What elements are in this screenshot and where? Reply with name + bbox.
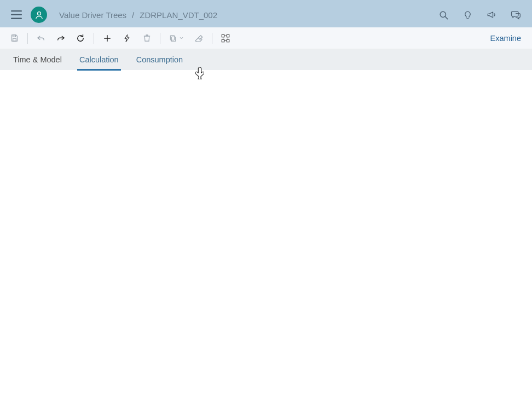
save-icon [10, 33, 19, 43]
breadcrumb-sep: / [132, 10, 134, 20]
copy-icon [169, 34, 177, 43]
toolbar-divider-2 [94, 33, 94, 44]
toolbar: Examine [0, 27, 532, 49]
svg-rect-16 [227, 39, 229, 42]
svg-point-3 [37, 11, 41, 15]
toolbar-divider-3 [160, 33, 160, 44]
save-button[interactable] [4, 27, 24, 49]
layout-button[interactable] [216, 27, 235, 49]
svg-rect-7 [13, 35, 15, 37]
delete-button[interactable] [137, 27, 157, 49]
user-icon [34, 10, 44, 20]
toolbar-divider-4 [212, 33, 212, 44]
trash-icon [142, 33, 152, 43]
redo-icon [56, 33, 66, 43]
chat-icon [510, 9, 521, 20]
undo-icon [36, 33, 46, 43]
tab-calculation[interactable]: Calculation [71, 49, 128, 70]
breadcrumb-root[interactable]: Value Driver Trees [59, 10, 126, 20]
hamburger-icon [11, 10, 22, 20]
lightbulb-icon [462, 10, 473, 20]
svg-rect-0 [11, 10, 22, 11]
svg-rect-12 [170, 35, 174, 40]
layout-icon [221, 33, 230, 43]
svg-rect-14 [227, 34, 229, 37]
announcement-button[interactable] [479, 2, 504, 27]
lightning-icon [123, 33, 131, 43]
copy-dropdown-button[interactable] [164, 27, 189, 49]
svg-rect-1 [11, 14, 22, 15]
toolbar-divider-1 [27, 33, 28, 44]
breadcrumb-current: ZDRPLAN_VDT_002 [140, 10, 217, 20]
svg-rect-8 [13, 38, 16, 41]
redo-button[interactable] [51, 27, 71, 49]
hamburger-menu-button[interactable] [4, 2, 28, 27]
search-icon [438, 10, 449, 20]
tabs-bar: Time & Model Calculation Consumption [0, 49, 532, 70]
eraser-icon [194, 33, 204, 43]
user-avatar-button[interactable] [31, 7, 47, 23]
refresh-icon [76, 33, 85, 43]
megaphone-icon [486, 9, 497, 20]
svg-rect-13 [222, 34, 224, 37]
clear-format-button[interactable] [189, 27, 209, 49]
header-bar: Value Driver Trees / ZDRPLAN_VDT_002 [0, 2, 532, 27]
svg-rect-15 [222, 39, 224, 42]
lightbulb-button[interactable] [455, 2, 479, 27]
content-area [0, 70, 532, 394]
svg-rect-2 [11, 18, 22, 19]
tab-consumption[interactable]: Consumption [128, 49, 192, 70]
chat-button[interactable] [504, 2, 528, 27]
plus-icon [102, 33, 112, 43]
svg-rect-11 [171, 37, 175, 42]
refresh-button[interactable] [71, 27, 90, 49]
breadcrumb: Value Driver Trees / ZDRPLAN_VDT_002 [59, 10, 217, 20]
svg-line-5 [445, 16, 447, 19]
examine-link[interactable]: Examine [484, 34, 528, 43]
activate-button[interactable] [117, 27, 137, 49]
header-right-icons [431, 2, 528, 27]
add-button[interactable] [97, 27, 117, 49]
chevron-down-icon [179, 36, 184, 40]
tab-time-model[interactable]: Time & Model [4, 49, 71, 70]
search-button[interactable] [431, 2, 455, 27]
undo-button[interactable] [31, 27, 51, 49]
